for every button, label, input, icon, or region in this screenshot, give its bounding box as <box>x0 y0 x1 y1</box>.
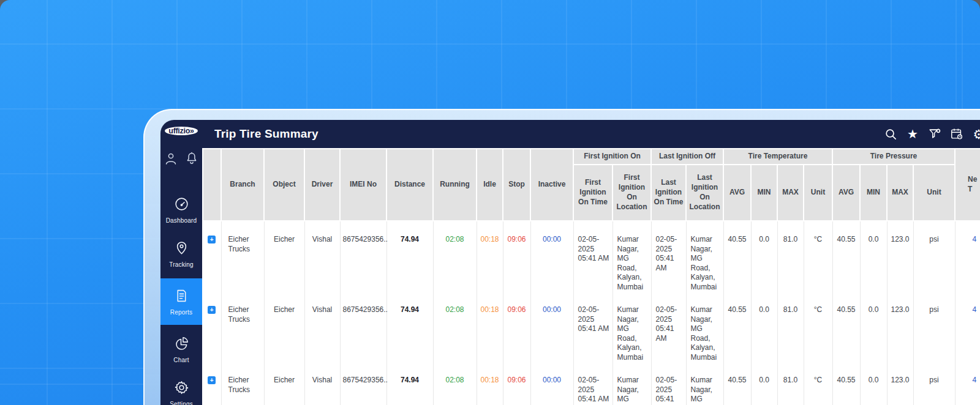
table-row: + Eicher Trucks Eicher Vishal 8675429356… <box>203 292 980 362</box>
col-imei[interactable]: IMEI No <box>340 149 386 221</box>
cell-idle: 00:18 <box>477 221 503 292</box>
col-last-ignition-on-time[interactable]: Last Ignition On Time <box>651 165 686 221</box>
cell-tp-min: 0.0 <box>860 292 887 362</box>
cell-stop: 09:06 <box>503 362 530 405</box>
cell-distance: 74.94 <box>386 221 433 292</box>
cell-tt-unit: °C <box>804 292 832 362</box>
titlebar-actions: ★ <box>884 127 980 141</box>
col-inactive[interactable]: Inactive <box>530 149 573 221</box>
col-distance[interactable]: Distance <box>386 149 433 221</box>
col-last-ignition-on-location[interactable]: Last Ignition On Location <box>686 165 723 221</box>
cell-tp-max: 123.0 <box>887 221 913 292</box>
table-row: + Eicher Trucks Eicher Vishal 8675429356… <box>203 362 980 405</box>
sidebar-item-reports[interactable]: Reports <box>160 278 202 325</box>
col-tp-max[interactable]: MAX <box>887 165 913 221</box>
col-first-ignition-on-location[interactable]: First Ignition On Location <box>612 165 651 221</box>
cell-tt-avg: 40.55 <box>723 221 751 292</box>
col-tt-avg[interactable]: AVG <box>723 165 751 221</box>
main-panel: Trip Tire Summary ★ <box>202 120 980 405</box>
calendar-schedule-icon[interactable] <box>950 127 963 141</box>
titlebar: Trip Tire Summary ★ <box>202 120 980 148</box>
col-stop[interactable]: Stop <box>503 149 530 221</box>
col-tp-avg[interactable]: AVG <box>832 165 860 221</box>
cell-inactive: 00:00 <box>530 292 573 362</box>
cell-tp-unit: psi <box>913 221 955 292</box>
cell-tt-min: 0.0 <box>751 292 777 362</box>
cell-object: Eicher <box>264 362 304 405</box>
cell-first-ignition-on-location: Kumar Nagar, MG Road, Kalyan, Mumbai <box>612 221 651 292</box>
cell-first-ignition-on-time: 02-05-2025 05:41 AM <box>573 292 612 362</box>
cell-tt-unit: °C <box>804 221 832 292</box>
cell-tt-min: 0.0 <box>751 221 777 292</box>
sidebar-item-label: Tracking <box>169 261 194 268</box>
cell-idle: 00:18 <box>477 292 503 362</box>
sidebar-item-label: Settings <box>170 401 193 405</box>
cell-tp-unit: psi <box>913 362 955 405</box>
col-first-ignition-on-time[interactable]: First Ignition On Time <box>573 165 612 221</box>
cell-stop: 09:06 <box>503 292 530 362</box>
cell-tp-unit: psi <box>913 292 955 362</box>
cell-partial[interactable]: 4 <box>955 362 980 405</box>
col-tp-min[interactable]: MIN <box>860 165 887 221</box>
cell-tp-max: 123.0 <box>887 362 913 405</box>
cell-tt-max: 81.0 <box>777 362 804 405</box>
col-running[interactable]: Running <box>433 149 477 221</box>
col-branch[interactable]: Branch <box>221 149 264 221</box>
cell-tp-avg: 40.55 <box>832 362 860 405</box>
cell-tt-max: 81.0 <box>777 292 804 362</box>
notifications-bell-icon[interactable] <box>184 151 199 166</box>
sidebar-item-dashboard[interactable]: Dashboard <box>160 190 202 229</box>
cell-tp-max: 123.0 <box>887 292 913 362</box>
sidebar: uffizio» <box>160 120 202 405</box>
pie-chart-icon <box>174 336 189 354</box>
group-tire-pressure: Tire Pressure <box>832 149 955 165</box>
expand-row-button[interactable]: + <box>208 376 216 384</box>
col-idle[interactable]: Idle <box>477 149 503 221</box>
cell-last-ignition-on-location: Kumar Nagar, MG Road, Kalyan, Mumbai <box>686 221 723 292</box>
cell-first-ignition-on-location: Kumar Nagar, MG Road, Kalyan, Mumbai <box>612 292 651 362</box>
col-tp-unit[interactable]: Unit <box>913 165 955 221</box>
uffizio-logo: uffizio» <box>165 127 198 135</box>
cell-imei: 8675429356.. <box>340 221 386 292</box>
cell-partial[interactable]: 4 <box>955 292 980 362</box>
sidebar-item-label: Dashboard <box>166 217 197 224</box>
favorite-star-icon[interactable]: ★ <box>906 127 919 141</box>
sidebar-item-chart[interactable]: Chart <box>160 330 202 369</box>
sidebar-item-label: Reports <box>170 309 192 316</box>
sidebar-item-tracking[interactable]: Tracking <box>160 234 202 273</box>
cell-tp-avg: 40.55 <box>832 221 860 292</box>
col-tt-unit[interactable]: Unit <box>804 165 832 221</box>
cell-last-ignition-on-location: Kumar Nagar, MG Road, Kalyan, Mumbai <box>686 292 723 362</box>
col-partial[interactable]: Ne T <box>955 149 980 221</box>
cell-object: Eicher <box>264 292 304 362</box>
reports-document-icon <box>174 288 189 306</box>
cell-distance: 74.94 <box>386 362 433 405</box>
col-object[interactable]: Object <box>264 149 304 221</box>
cell-driver: Vishal <box>304 292 340 362</box>
col-driver[interactable]: Driver <box>304 149 340 221</box>
cell-tp-min: 0.0 <box>860 362 887 405</box>
cell-running: 02:08 <box>433 221 477 292</box>
table-row: + Eicher Trucks Eicher Vishal 8675429356… <box>203 221 980 292</box>
user-icon[interactable] <box>164 151 178 166</box>
settings-gear-icon[interactable]: ⚙ <box>972 127 980 141</box>
tracking-pin-icon <box>174 240 189 258</box>
expand-row-button[interactable]: + <box>208 306 216 314</box>
col-tt-min[interactable]: MIN <box>751 165 777 221</box>
desktop-background: uffizio» <box>0 0 980 405</box>
cell-tp-min: 0.0 <box>860 221 887 292</box>
cell-tt-min: 0.0 <box>751 362 777 405</box>
cell-inactive: 00:00 <box>530 362 573 405</box>
cell-first-ignition-on-time: 02-05-2025 05:41 AM <box>573 221 612 292</box>
search-icon[interactable] <box>884 127 897 141</box>
cell-partial[interactable]: 4 <box>955 221 980 292</box>
cell-last-ignition-on-time: 02-05-2025 05:41 AM <box>651 292 686 362</box>
cell-first-ignition-on-time: 02-05-2025 05:41 AM <box>573 362 612 405</box>
filter-settings-icon[interactable] <box>928 127 941 141</box>
cell-tp-avg: 40.55 <box>832 292 860 362</box>
cell-branch: Eicher Trucks <box>221 292 264 362</box>
sidebar-item-settings[interactable]: Settings <box>160 374 202 405</box>
expand-row-button[interactable]: + <box>208 236 216 243</box>
cell-tt-max: 81.0 <box>777 221 804 292</box>
col-tt-max[interactable]: MAX <box>777 165 804 221</box>
